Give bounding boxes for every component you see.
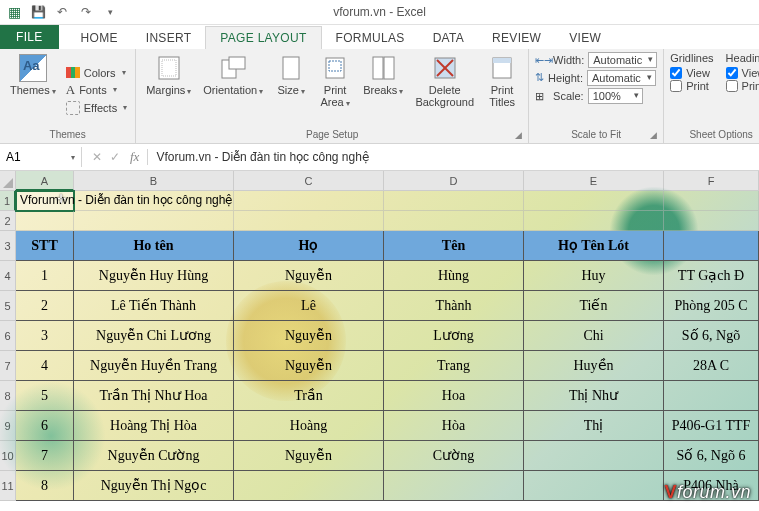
cell[interactable]: Hoàng Thị Hòa: [74, 411, 234, 441]
cell[interactable]: 2: [16, 291, 74, 321]
cell[interactable]: [664, 381, 759, 411]
cell[interactable]: Nguyễn Huy Hùng: [74, 261, 234, 291]
cell[interactable]: Cường: [384, 441, 524, 471]
cell[interactable]: Hoa: [384, 381, 524, 411]
headings-view-checkbox[interactable]: View: [726, 67, 759, 79]
fx-icon[interactable]: fx: [130, 149, 148, 165]
cell[interactable]: [524, 471, 664, 501]
cell[interactable]: 6: [16, 411, 74, 441]
print-area-button[interactable]: Print Area▾: [315, 52, 355, 129]
cell[interactable]: Lê: [234, 291, 384, 321]
row-header-2[interactable]: 2: [0, 211, 16, 231]
fonts-button[interactable]: AFonts▾: [64, 81, 129, 99]
cell[interactable]: [524, 441, 664, 471]
cell[interactable]: Nguyễn Chi Lương: [74, 321, 234, 351]
cell[interactable]: Nguyễn Thị Ngọc: [74, 471, 234, 501]
column-header-D[interactable]: D: [384, 171, 524, 191]
save-button[interactable]: 💾: [28, 2, 48, 22]
themes-button[interactable]: Themes▾: [6, 52, 60, 129]
row-header-6[interactable]: 6: [0, 321, 16, 351]
cell[interactable]: Thị Như: [524, 381, 664, 411]
cell[interactable]: Nguyễn: [234, 441, 384, 471]
headings-print-checkbox[interactable]: Print: [726, 80, 759, 92]
row-header-5[interactable]: 5: [0, 291, 16, 321]
cell[interactable]: Tên: [384, 231, 524, 261]
cell[interactable]: [384, 191, 524, 211]
tab-data[interactable]: DATA: [419, 27, 478, 49]
cell[interactable]: Lương: [384, 321, 524, 351]
gridlines-print-checkbox[interactable]: Print: [670, 80, 713, 92]
cell[interactable]: Lê Tiến Thành: [74, 291, 234, 321]
cell[interactable]: Phòng 205 C: [664, 291, 759, 321]
margins-button[interactable]: Margins▾: [142, 52, 195, 129]
cell[interactable]: 7: [16, 441, 74, 471]
size-button[interactable]: Size▾: [271, 52, 311, 129]
cell[interactable]: Trần Thị Như Hoa: [74, 381, 234, 411]
colors-button[interactable]: Colors▾: [64, 66, 129, 80]
tab-formulas[interactable]: FORMULAS: [322, 27, 419, 49]
tab-file[interactable]: FILE: [0, 25, 59, 49]
cell[interactable]: Huyền: [524, 351, 664, 381]
cell[interactable]: 5: [16, 381, 74, 411]
cell[interactable]: Nguyễn: [234, 351, 384, 381]
cell[interactable]: [384, 471, 524, 501]
tab-page-layout[interactable]: PAGE LAYOUT: [205, 26, 321, 49]
cell[interactable]: Tiến: [524, 291, 664, 321]
column-header-F[interactable]: F: [664, 171, 759, 191]
cell[interactable]: [524, 191, 664, 211]
row-header-4[interactable]: 4: [0, 261, 16, 291]
cell[interactable]: Huy: [524, 261, 664, 291]
cell[interactable]: Họ: [234, 231, 384, 261]
column-header-B[interactable]: B: [74, 171, 234, 191]
cell[interactable]: Ho tên: [74, 231, 234, 261]
tab-insert[interactable]: INSERT: [132, 27, 206, 49]
cell[interactable]: Số 6, Ngõ: [664, 321, 759, 351]
tab-home[interactable]: HOME: [67, 27, 132, 49]
cell[interactable]: Hòa: [384, 411, 524, 441]
column-header-C[interactable]: C: [234, 171, 384, 191]
gridlines-view-checkbox[interactable]: View: [670, 67, 713, 79]
cell[interactable]: 4: [16, 351, 74, 381]
breaks-button[interactable]: Breaks▾: [359, 52, 407, 129]
cell[interactable]: 8: [16, 471, 74, 501]
scale-input[interactable]: 100%: [588, 88, 643, 104]
delete-background-button[interactable]: Delete Background: [411, 52, 478, 129]
orientation-button[interactable]: Orientation▾: [199, 52, 267, 129]
cell[interactable]: 28A C: [664, 351, 759, 381]
cell[interactable]: Nguyễn Huyền Trang: [74, 351, 234, 381]
row-header-7[interactable]: 7: [0, 351, 16, 381]
undo-button[interactable]: ↶: [52, 2, 72, 22]
cell[interactable]: [16, 211, 74, 231]
name-box[interactable]: A1▾: [0, 147, 82, 167]
cell-A1[interactable]: Vforum.vn - Diễn đàn tin học công nghệ✛: [16, 191, 74, 211]
cell[interactable]: Hoàng: [234, 411, 384, 441]
cell[interactable]: [234, 191, 384, 211]
row-header-3[interactable]: 3: [0, 231, 16, 261]
cell[interactable]: TT Gạch Đ: [664, 261, 759, 291]
cell[interactable]: [234, 471, 384, 501]
row-header-1[interactable]: 1: [0, 191, 16, 211]
page-setup-dialog-launcher[interactable]: ◢: [515, 130, 522, 140]
column-header-A[interactable]: A: [16, 171, 74, 191]
cell[interactable]: [524, 211, 664, 231]
cell[interactable]: [664, 191, 759, 211]
height-select[interactable]: Automatic: [587, 70, 656, 86]
cell[interactable]: [234, 211, 384, 231]
cells-area[interactable]: Vforum.vn - Diễn đàn tin học công nghệ✛S…: [16, 191, 759, 501]
cell[interactable]: STT: [16, 231, 74, 261]
width-select[interactable]: Automatic: [588, 52, 657, 68]
cell[interactable]: Họ Tên Lót: [524, 231, 664, 261]
cell[interactable]: Hùng: [384, 261, 524, 291]
cell[interactable]: Số 6, Ngõ 6: [664, 441, 759, 471]
scale-dialog-launcher[interactable]: ◢: [650, 130, 657, 140]
tab-view[interactable]: VIEW: [555, 27, 615, 49]
enter-formula-button[interactable]: ✓: [110, 150, 120, 164]
cell[interactable]: P406-G1 TTF: [664, 411, 759, 441]
cell[interactable]: Nguyễn: [234, 261, 384, 291]
cell[interactable]: Thị: [524, 411, 664, 441]
redo-button[interactable]: ↷: [76, 2, 96, 22]
effects-button[interactable]: Effects▾: [64, 100, 129, 116]
cell[interactable]: 3: [16, 321, 74, 351]
cancel-formula-button[interactable]: ✕: [92, 150, 102, 164]
qat-more-button[interactable]: ▾: [100, 2, 120, 22]
